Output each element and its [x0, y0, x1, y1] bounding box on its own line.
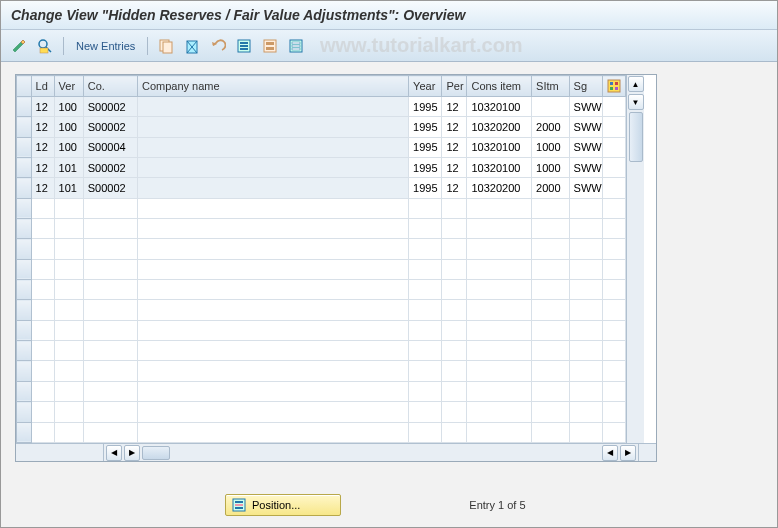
cell-empty[interactable]	[83, 341, 137, 361]
cell-empty[interactable]	[31, 361, 54, 381]
row-selector[interactable]	[17, 320, 32, 340]
cell-cons_item[interactable]: 10320200	[467, 117, 532, 137]
cell-empty[interactable]	[54, 259, 83, 279]
cell-sitm[interactable]: 1000	[532, 158, 570, 178]
cell-empty[interactable]	[467, 198, 532, 218]
vertical-scrollbar[interactable]: ▲ ▼	[626, 75, 644, 443]
row-selector[interactable]	[17, 402, 32, 422]
cell-empty[interactable]	[532, 259, 570, 279]
cell-per[interactable]: 12	[442, 158, 467, 178]
cell-empty[interactable]	[31, 259, 54, 279]
cell-empty[interactable]	[409, 402, 442, 422]
cell-empty[interactable]	[83, 239, 137, 259]
col-header-co[interactable]: Co.	[83, 76, 137, 97]
cell-empty[interactable]	[54, 300, 83, 320]
cell-empty[interactable]	[137, 320, 408, 340]
cell-sitm[interactable]: 2000	[532, 178, 570, 198]
row-selector[interactable]	[17, 422, 32, 443]
cell-year[interactable]: 1995	[409, 178, 442, 198]
cell-empty[interactable]	[83, 361, 137, 381]
cell-cons_item[interactable]: 10320100	[467, 97, 532, 117]
cell-ver[interactable]: 100	[54, 137, 83, 157]
cell-empty[interactable]	[467, 239, 532, 259]
cell-empty[interactable]	[409, 381, 442, 401]
cell-company_name[interactable]	[137, 97, 408, 117]
cell-empty[interactable]	[409, 280, 442, 300]
new-entries-button[interactable]: New Entries	[72, 40, 139, 52]
cell-empty[interactable]	[83, 259, 137, 279]
cell-ld[interactable]: 12	[31, 117, 54, 137]
cell-empty[interactable]	[137, 219, 408, 239]
deselect-all-icon[interactable]	[286, 36, 306, 56]
cell-empty[interactable]	[137, 239, 408, 259]
cell-empty[interactable]	[569, 341, 602, 361]
cell-cons_item[interactable]: 10320100	[467, 158, 532, 178]
cell-co[interactable]: S00002	[83, 178, 137, 198]
cell-sg[interactable]: SWW	[569, 137, 602, 157]
position-button[interactable]: Position...	[225, 494, 341, 516]
cell-empty[interactable]	[54, 198, 83, 218]
cell-empty[interactable]	[137, 341, 408, 361]
col-header-ver[interactable]: Ver	[54, 76, 83, 97]
row-selector[interactable]	[17, 341, 32, 361]
col-header-cons-item[interactable]: Cons item	[467, 76, 532, 97]
cell-empty[interactable]	[442, 361, 467, 381]
row-selector-header[interactable]	[17, 76, 32, 97]
cell-ver[interactable]: 101	[54, 158, 83, 178]
cell-empty[interactable]	[532, 300, 570, 320]
cell-sg[interactable]: SWW	[569, 158, 602, 178]
cell-empty[interactable]	[569, 280, 602, 300]
cell-empty[interactable]	[137, 300, 408, 320]
cell-empty[interactable]	[409, 361, 442, 381]
cell-empty[interactable]	[532, 381, 570, 401]
scroll-right-button[interactable]: ▶	[124, 445, 140, 461]
scroll-right-end-button[interactable]: ▶	[620, 445, 636, 461]
cell-empty[interactable]	[442, 422, 467, 443]
row-selector[interactable]	[17, 300, 32, 320]
cell-empty[interactable]	[569, 402, 602, 422]
copy-as-icon[interactable]	[156, 36, 176, 56]
cell-ld[interactable]: 12	[31, 97, 54, 117]
cell-empty[interactable]	[467, 381, 532, 401]
cell-empty[interactable]	[409, 300, 442, 320]
scroll-thumb-vertical[interactable]	[629, 112, 643, 162]
row-selector[interactable]	[17, 361, 32, 381]
cell-empty[interactable]	[409, 259, 442, 279]
col-header-sitm[interactable]: SItm	[532, 76, 570, 97]
cell-empty[interactable]	[442, 320, 467, 340]
cell-empty[interactable]	[409, 320, 442, 340]
cell-ver[interactable]: 100	[54, 117, 83, 137]
details-icon[interactable]	[35, 36, 55, 56]
cell-company_name[interactable]	[137, 178, 408, 198]
cell-empty[interactable]	[569, 422, 602, 443]
cell-sg[interactable]: SWW	[569, 97, 602, 117]
cell-empty[interactable]	[467, 361, 532, 381]
cell-empty[interactable]	[442, 259, 467, 279]
scroll-thumb-horizontal[interactable]	[142, 446, 170, 460]
horizontal-scrollbar[interactable]: ◀ ▶ ◀ ▶	[104, 444, 638, 461]
cell-empty[interactable]	[442, 300, 467, 320]
cell-company_name[interactable]	[137, 137, 408, 157]
undo-icon[interactable]	[208, 36, 228, 56]
cell-company_name[interactable]	[137, 117, 408, 137]
col-header-ld[interactable]: Ld	[31, 76, 54, 97]
cell-empty[interactable]	[532, 219, 570, 239]
col-header-company-name[interactable]: Company name	[137, 76, 408, 97]
cell-co[interactable]: S00002	[83, 97, 137, 117]
cell-empty[interactable]	[467, 259, 532, 279]
cell-empty[interactable]	[569, 381, 602, 401]
row-selector[interactable]	[17, 219, 32, 239]
col-header-per[interactable]: Per	[442, 76, 467, 97]
cell-empty[interactable]	[569, 219, 602, 239]
cell-empty[interactable]	[569, 239, 602, 259]
cell-sg[interactable]: SWW	[569, 117, 602, 137]
cell-sitm[interactable]: 2000	[532, 117, 570, 137]
cell-empty[interactable]	[137, 402, 408, 422]
cell-empty[interactable]	[442, 402, 467, 422]
cell-empty[interactable]	[31, 422, 54, 443]
cell-empty[interactable]	[31, 300, 54, 320]
cell-empty[interactable]	[54, 280, 83, 300]
toggle-display-change-icon[interactable]	[9, 36, 29, 56]
cell-empty[interactable]	[467, 320, 532, 340]
cell-empty[interactable]	[137, 198, 408, 218]
